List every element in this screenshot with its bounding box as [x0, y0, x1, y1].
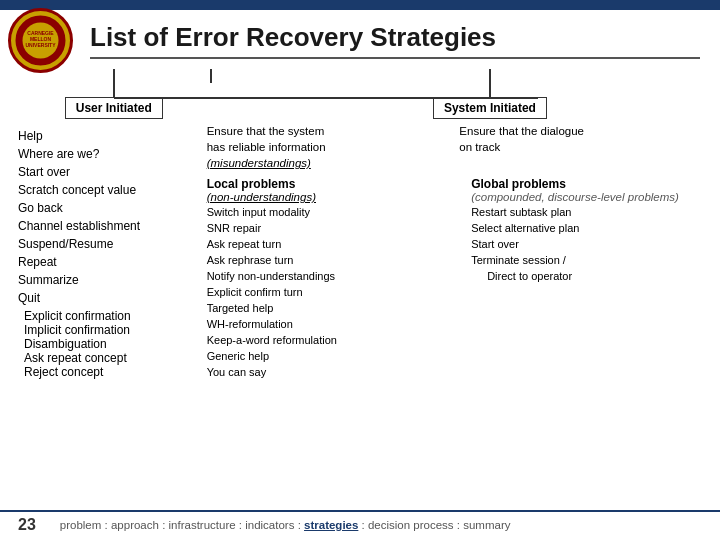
branch-row: User Initiated System Initiated [18, 69, 702, 119]
page-number: 23 [18, 516, 36, 534]
item-explicit-conf: Explicit confirmation [24, 309, 199, 323]
lp-item-1: Switch input modality [207, 205, 463, 221]
item-ask-repeat: Ask repeat concept [24, 351, 199, 365]
gp-item-4: Terminate session / [471, 253, 702, 269]
nav-decision: decision process [368, 519, 454, 531]
gp-item-1: Restart subtask plan [471, 205, 702, 221]
lp-item-8: WH-reformulation [207, 317, 463, 333]
logo-area: CARNEGIE MELLON UNIVERSITY [8, 8, 78, 78]
ensure-right-block: Ensure that the dialogue on track [459, 123, 702, 171]
global-sublabel: (compounded, discourse-level problems) [471, 191, 702, 203]
user-initiated-box: User Initiated [65, 97, 163, 119]
lp-item-2: SNR repair [207, 221, 463, 237]
user-initiated-content: Help Where are we? Start over Scratch co… [18, 123, 203, 381]
slide: CARNEGIE MELLON UNIVERSITY List of Error… [0, 0, 720, 540]
page-title: List of Error Recovery Strategies [90, 22, 700, 59]
item-summarize: Summarize [18, 271, 199, 289]
left-sub-items: Explicit confirmation Implicit confirmat… [18, 309, 199, 379]
ensure-row: Ensure that the system has reliable info… [207, 123, 702, 171]
lp-item-6: Explicit confirm turn [207, 285, 463, 301]
global-problems-block: Global problems (compounded, discourse-l… [471, 177, 702, 380]
nav-strategies-active: strategies [304, 519, 358, 531]
item-suspend: Suspend/Resume [18, 235, 199, 253]
ensure-left-line1: Ensure that the system [207, 125, 325, 137]
item-where: Where are we? [18, 145, 199, 163]
nav-problem: problem [60, 519, 102, 531]
lp-item-4: Ask rephrase turn [207, 253, 463, 269]
local-label: Local problems [207, 177, 463, 191]
nav-approach: approach [111, 519, 159, 531]
gp-item-3: Start over [471, 237, 702, 253]
item-channel: Channel establishment [18, 217, 199, 235]
svg-text:UNIVERSITY: UNIVERSITY [25, 42, 56, 48]
item-help: Help [18, 127, 199, 145]
lp-item-10: Generic help [207, 349, 463, 365]
lp-item-5: Notify non-understandings [207, 269, 463, 285]
ui-vert-line [113, 69, 115, 97]
item-goback: Go back [18, 199, 199, 217]
nav-indicators: indicators [245, 519, 294, 531]
main-content: Help Where are we? Start over Scratch co… [18, 123, 702, 381]
global-label: Global problems [471, 177, 702, 191]
item-start: Start over [18, 163, 199, 181]
lp-item-3: Ask repeat turn [207, 237, 463, 253]
nav-summary: summary [463, 519, 510, 531]
system-initiated-content: Ensure that the system has reliable info… [203, 123, 702, 381]
problems-row: Local problems (non-understandings) Swit… [207, 177, 702, 380]
lp-item-7: Targeted help [207, 301, 463, 317]
user-initiated-branch: User Initiated [18, 69, 210, 119]
horiz-connect-line [114, 97, 538, 99]
system-initiated-box: System Initiated [433, 97, 547, 119]
left-main-items: Help Where are we? Start over Scratch co… [18, 127, 199, 307]
si-vert-line [489, 69, 491, 97]
item-reject: Reject concept [24, 365, 199, 379]
item-scratch: Scratch concept value [18, 181, 199, 199]
logo-circle: CARNEGIE MELLON UNIVERSITY [8, 8, 73, 73]
lp-item-11: You can say [207, 365, 463, 381]
local-problems-block: Local problems (non-understandings) Swit… [207, 177, 463, 380]
item-quit: Quit [18, 289, 199, 307]
nav-infra: infrastructure [169, 519, 236, 531]
footer: 23 problem : approach : infrastructure :… [0, 510, 720, 534]
ensure-left-line2: has reliable information [207, 141, 326, 153]
cmu-logo-svg: CARNEGIE MELLON UNIVERSITY [13, 13, 68, 68]
ensure-right-line1: Ensure that the dialogue [459, 125, 584, 137]
item-repeat: Repeat [18, 253, 199, 271]
footer-nav: problem : approach : infrastructure : in… [60, 519, 511, 531]
system-initiated-branch: System Initiated [278, 69, 702, 119]
item-implicit-conf: Implicit confirmation [24, 323, 199, 337]
ensure-left-block: Ensure that the system has reliable info… [207, 123, 450, 171]
item-disambig: Disambiguation [24, 337, 199, 351]
ensure-left-line3: (misunderstandings) [207, 157, 311, 169]
title-area: List of Error Recovery Strategies [0, 10, 720, 67]
gp-item-2: Select alternative plan [471, 221, 702, 237]
ensure-right-line2: on track [459, 141, 500, 153]
gp-item-5: Direct to operator [471, 269, 702, 285]
header-bar [0, 0, 720, 10]
lp-item-9: Keep-a-word reformulation [207, 333, 463, 349]
local-sublabel: (non-understandings) [207, 191, 463, 203]
